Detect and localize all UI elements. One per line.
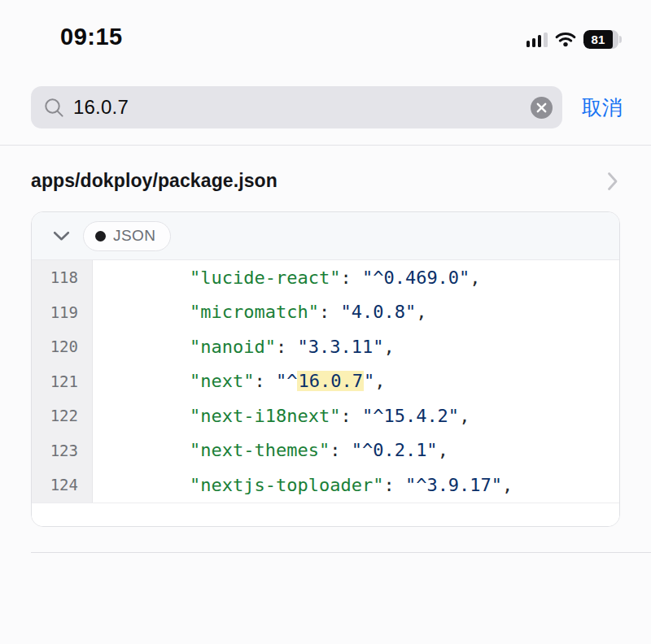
snippet-footer <box>32 503 619 526</box>
chevron-right-icon <box>607 172 618 191</box>
clock: 09:15 <box>60 24 123 50</box>
code-token <box>103 337 190 357</box>
file-result-row[interactable]: apps/dokploy/package.json <box>0 146 651 211</box>
code-line[interactable]: 123 "next-themes": "^0.2.1", <box>32 433 619 468</box>
code-token: : <box>383 475 405 495</box>
code-token: "micromatch" <box>190 302 319 322</box>
snippet-header: JSON <box>32 212 619 260</box>
code-token: : <box>319 302 341 322</box>
code-token <box>103 302 190 322</box>
code-token: "^15.4.2" <box>362 406 459 426</box>
code-line[interactable]: 120 "nanoid": "3.3.11", <box>32 329 619 364</box>
code-text: "next": "^16.0.7", <box>93 371 619 391</box>
code-token: : <box>340 268 362 288</box>
code-token: , <box>374 371 385 391</box>
code-text: "next-themes": "^0.2.1", <box>93 440 619 460</box>
code-token: : <box>330 440 352 460</box>
search-row: 16.0.7 取消 <box>0 59 651 145</box>
code-snippet-panel: JSON 118 "lucide-react": "^0.469.0",119 … <box>31 211 620 527</box>
section-divider <box>31 552 651 553</box>
code-token: "next-themes" <box>190 440 330 460</box>
code-token: "3.3.11" <box>297 337 383 357</box>
code-token: "nanoid" <box>190 337 276 357</box>
line-number: 119 <box>32 295 93 330</box>
code-viewer[interactable]: 118 "lucide-react": "^0.469.0",119 "micr… <box>32 260 619 503</box>
code-line[interactable]: 118 "lucide-react": "^0.469.0", <box>32 260 619 295</box>
code-token: "^ <box>276 371 298 391</box>
code-token <box>103 406 190 426</box>
line-number: 124 <box>32 468 93 503</box>
cancel-button[interactable]: 取消 <box>582 94 623 121</box>
search-query: 16.0.7 <box>73 96 531 119</box>
wifi-icon <box>555 32 576 47</box>
collapse-chevron-down-icon[interactable] <box>53 231 70 242</box>
code-token: "^3.9.17" <box>405 475 502 495</box>
line-number: 120 <box>32 329 93 364</box>
code-token: : <box>254 371 276 391</box>
code-token: : <box>276 337 298 357</box>
code-text: "nextjs-toploader": "^3.9.17", <box>93 475 619 495</box>
code-text: "lucide-react": "^0.469.0", <box>93 268 619 288</box>
code-token: , <box>502 475 513 495</box>
search-input[interactable]: 16.0.7 <box>31 86 562 128</box>
clear-search-button[interactable] <box>531 97 553 119</box>
line-number: 121 <box>32 364 93 399</box>
code-line[interactable]: 124 "nextjs-toploader": "^3.9.17", <box>32 468 619 503</box>
code-token: , <box>470 268 480 288</box>
code-line[interactable]: 119 "micromatch": "4.0.8", <box>32 295 619 330</box>
line-number: 118 <box>32 260 93 295</box>
code-text: "nanoid": "3.3.11", <box>93 337 619 357</box>
search-match-highlight: 16.0.7 <box>297 371 363 391</box>
code-token: "^0.2.1" <box>352 440 438 460</box>
code-text: "micromatch": "4.0.8", <box>93 302 619 322</box>
code-line[interactable]: 122 "next-i18next": "^15.4.2", <box>32 398 619 433</box>
line-number: 122 <box>32 398 93 433</box>
code-token: "lucide-react" <box>190 268 340 288</box>
file-path: apps/dokploy/package.json <box>31 170 277 192</box>
code-token: "nextjs-toploader" <box>190 475 383 495</box>
battery-icon: 81 <box>583 30 623 49</box>
code-token: : <box>340 406 362 426</box>
language-label: JSON <box>113 227 155 245</box>
code-token <box>103 475 190 495</box>
battery-percent: 81 <box>591 33 605 46</box>
code-token: " <box>364 371 374 391</box>
search-icon <box>43 97 65 119</box>
code-token <box>103 268 190 288</box>
code-token: , <box>438 440 448 460</box>
language-dot-icon <box>95 231 106 242</box>
code-token <box>103 440 190 460</box>
code-text: "next-i18next": "^15.4.2", <box>93 406 619 426</box>
line-number: 123 <box>32 433 93 468</box>
code-token: , <box>416 302 426 322</box>
code-token: "next" <box>190 371 254 391</box>
status-bar: 09:15 81 <box>0 0 651 59</box>
language-badge[interactable]: JSON <box>83 221 171 251</box>
code-token: , <box>383 337 394 357</box>
code-token: "4.0.8" <box>340 302 416 322</box>
status-icons: 81 <box>526 30 622 50</box>
cellular-signal-icon <box>526 33 548 47</box>
code-token <box>103 371 190 391</box>
code-token: "^0.469.0" <box>362 268 470 288</box>
code-line[interactable]: 121 "next": "^16.0.7", <box>32 364 619 399</box>
code-token: "next-i18next" <box>190 406 340 426</box>
code-token: , <box>459 406 470 426</box>
